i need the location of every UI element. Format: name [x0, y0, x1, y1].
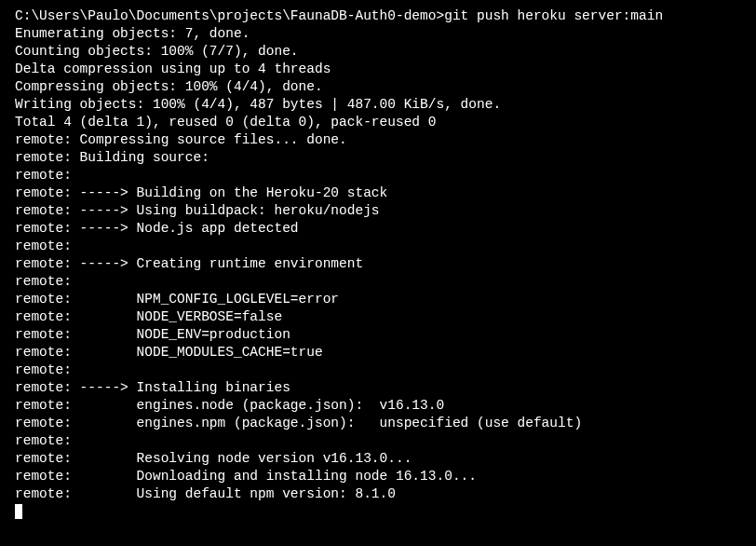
output-line: remote: -----> Building on the Heroku-20… [15, 184, 741, 202]
output-line: remote: engines.npm (package.json): unsp… [15, 415, 741, 432]
output-line: remote: Downloading and installing node … [15, 468, 741, 485]
command: git push heroku server:main [444, 8, 663, 23]
output-line: remote: engines.node (package.json): v16… [15, 397, 741, 415]
output-line: Compressing objects: 100% (4/4), done. [15, 78, 741, 96]
output-line: remote: Using default npm version: 8.1.0 [15, 485, 741, 503]
cursor-line [15, 503, 741, 521]
terminal-window[interactable]: C:\Users\Paulo\Documents\projects\FaunaD… [15, 7, 741, 521]
output-line: remote: NODE_MODULES_CACHE=true [15, 344, 741, 362]
command-line: C:\Users\Paulo\Documents\projects\FaunaD… [15, 7, 741, 25]
output-line: remote: [15, 273, 741, 291]
output-line: remote: -----> Node.js app detected [15, 220, 741, 238]
output-line: remote: [15, 167, 741, 184]
output-line: remote: [15, 432, 741, 450]
output-line: remote: NODE_VERBOSE=false [15, 308, 741, 326]
output-line: Enumerating objects: 7, done. [15, 25, 741, 43]
output-line: remote: NODE_ENV=production [15, 326, 741, 344]
output-line: remote: [15, 238, 741, 255]
output-line: Delta compression using up to 4 threads [15, 61, 741, 78]
output-line: Counting objects: 100% (7/7), done. [15, 43, 741, 61]
output-line: remote: -----> Installing binaries [15, 379, 741, 397]
output-line: remote: Compressing source files... done… [15, 131, 741, 149]
output-line: Writing objects: 100% (4/4), 487 bytes |… [15, 96, 741, 114]
output-line: remote: [15, 362, 741, 379]
output-line: remote: Building source: [15, 149, 741, 167]
output-line: remote: NPM_CONFIG_LOGLEVEL=error [15, 291, 741, 308]
prompt: C:\Users\Paulo\Documents\projects\FaunaD… [15, 8, 444, 23]
output-line: remote: -----> Creating runtime environm… [15, 255, 741, 273]
output-line: remote: Resolving node version v16.13.0.… [15, 450, 741, 468]
output-line: Total 4 (delta 1), reused 0 (delta 0), p… [15, 114, 741, 131]
cursor-icon [15, 504, 22, 519]
output-line: remote: -----> Using buildpack: heroku/n… [15, 202, 741, 220]
